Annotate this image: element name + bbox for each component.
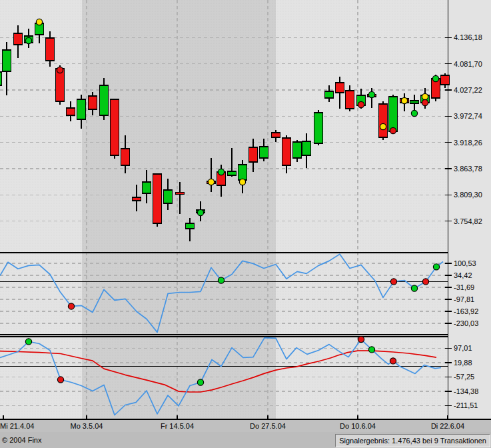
indicator1-signal-dot xyxy=(218,277,224,283)
axis-tick-label: 4.027,22 xyxy=(454,86,482,94)
candle-bearish xyxy=(56,69,65,101)
candle-bearish xyxy=(441,75,450,85)
signal-marker xyxy=(390,127,396,133)
signal-result-text: Signalergebnis: 1.476,43 bei 9 Transakti… xyxy=(339,437,486,445)
candle-bullish xyxy=(260,147,268,158)
signal-marker xyxy=(25,37,31,43)
indicator2-signal-dot xyxy=(25,339,31,345)
signal-marker xyxy=(197,209,203,215)
axis-tick-label: -97,81 xyxy=(454,295,474,303)
candle-bearish xyxy=(14,33,23,45)
copyright-text: © 2004 Finx xyxy=(2,436,41,444)
chart-canvas[interactable]: 4.136,184.081,704.027,223.972,743.918,26… xyxy=(0,0,491,432)
signal-marker xyxy=(208,179,214,185)
candle-bullish xyxy=(77,99,86,119)
candle-bullish xyxy=(0,72,2,85)
axis-tick-label: 34,42 xyxy=(454,271,472,279)
axis-tick-label: -31,69 xyxy=(454,283,474,291)
axis-tick-label: 3.918,26 xyxy=(454,139,482,147)
indicator2-signal-dot xyxy=(57,377,63,383)
candle-bearish xyxy=(111,99,119,155)
signal-marker xyxy=(422,99,428,105)
signal-marker xyxy=(358,101,364,107)
signal-marker xyxy=(36,19,42,25)
candle-bullish xyxy=(239,165,247,180)
candle-bearish xyxy=(379,104,388,137)
axis-tick-label: -163,92 xyxy=(454,307,478,315)
candle-bullish xyxy=(325,91,334,98)
date-label: Mi 21.4.04 xyxy=(0,422,34,430)
date-label: Fr 14.5.04 xyxy=(161,422,194,430)
candle-bullish xyxy=(293,142,302,158)
axis-tick-label: -57,25 xyxy=(454,373,474,381)
indicator1-signal-dot xyxy=(422,279,428,285)
candle-bearish xyxy=(46,38,55,61)
indicator2-signal-dot xyxy=(368,347,374,353)
signal-marker xyxy=(411,110,417,116)
candle-bullish xyxy=(389,97,398,131)
indicator1-signal-dot xyxy=(390,279,396,285)
axis-tick-label: 3.809,30 xyxy=(454,191,482,199)
signal-marker xyxy=(401,97,407,103)
signal-marker xyxy=(239,179,245,185)
signal-marker xyxy=(380,123,386,129)
candle-bearish xyxy=(89,96,97,109)
candle-bullish xyxy=(228,171,237,175)
signal-result-field: Signalergebnis: 1.476,43 bei 9 Transakti… xyxy=(335,434,490,447)
axis-tick-label: 3.863,78 xyxy=(454,165,482,173)
candle-bullish xyxy=(186,223,195,229)
app-window: 4.136,184.081,704.027,223.972,743.918,26… xyxy=(0,0,491,448)
signal-marker xyxy=(368,91,374,97)
candle-bullish xyxy=(3,50,11,71)
axis-tick-label: 100,53 xyxy=(454,259,476,267)
date-label: Mo 3.5.04 xyxy=(71,422,103,430)
candle-bullish xyxy=(302,141,311,155)
status-bar: © 2004 Finx Signalergebnis: 1.476,43 bei… xyxy=(0,432,491,448)
signal-marker xyxy=(432,75,438,81)
candle-bearish xyxy=(153,174,162,223)
candle-bearish xyxy=(67,108,75,115)
axis-tick-label: 19,88 xyxy=(454,359,472,367)
axis-tick-label: 3.754,82 xyxy=(454,217,482,225)
indicator1-signal-dot xyxy=(68,303,74,309)
axis-tick-label: -134,38 xyxy=(454,387,478,395)
candle-bearish xyxy=(282,138,291,165)
indicator2-signal-dot xyxy=(197,379,203,385)
candle-bullish xyxy=(314,113,323,143)
indicator1-signal-dot xyxy=(433,264,439,270)
signal-marker xyxy=(218,169,224,175)
candle-bearish xyxy=(121,149,130,165)
axis-tick-label: 4.081,70 xyxy=(454,60,482,68)
date-label: Di 22.6.04 xyxy=(431,422,464,430)
candle-bearish xyxy=(336,83,344,93)
candle-bearish xyxy=(133,197,141,201)
candle-bullish xyxy=(164,190,173,203)
candle-bearish xyxy=(272,133,280,137)
axis-tick-label: 97,01 xyxy=(454,344,472,352)
date-label: Do 27.5.04 xyxy=(250,422,286,430)
indicator2-signal-dot xyxy=(390,358,396,364)
axis-tick-label: 3.972,74 xyxy=(454,112,482,120)
candle-bearish xyxy=(176,193,185,195)
signal-marker xyxy=(422,93,428,99)
axis-tick-label: 4.136,18 xyxy=(454,33,482,41)
candle-bullish xyxy=(143,182,151,193)
candle-bullish xyxy=(100,85,109,115)
date-label: Do 10.6.04 xyxy=(340,422,376,430)
axis-tick-label: -211,51 xyxy=(454,401,478,409)
signal-marker xyxy=(57,67,63,73)
shaded-period-band xyxy=(82,0,276,419)
candle-bullish xyxy=(410,101,419,103)
candle-bearish xyxy=(346,91,354,109)
indicator2-signal-dot xyxy=(358,336,364,342)
candle-bearish xyxy=(249,147,258,162)
indicator1-signal-dot xyxy=(411,285,417,291)
axis-tick-label: -230,03 xyxy=(454,319,478,327)
